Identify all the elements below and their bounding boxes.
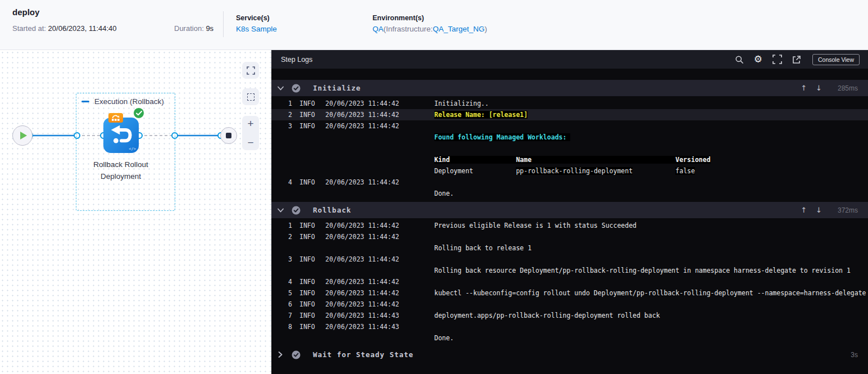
log-segment: Done. <box>434 190 454 197</box>
console-view-button[interactable]: Console View <box>812 54 860 65</box>
environment-link[interactable]: QA <box>372 25 384 33</box>
pipeline-canvas[interactable]: Execution (Rollback) </> Rollback Rollou <box>0 50 271 374</box>
log-message: Rolling back to release 1 <box>434 244 868 252</box>
log-message: Done. <box>434 190 868 197</box>
log-line: 2INFO20/06/2023 11:44:42Release Name: [r… <box>271 109 868 120</box>
line-number: 1 <box>278 100 292 107</box>
chevron-down-icon[interactable] <box>277 86 284 91</box>
log-segment: kubectl --kubeconfig=config rollout undo… <box>434 289 866 297</box>
log-line: 3INFO20/06/2023 11:44:42 <box>271 254 868 265</box>
console-actions: ⚙ Console View <box>735 54 860 65</box>
pipeline-title: deploy <box>12 7 39 17</box>
zoom-in-button[interactable]: + <box>247 118 253 129</box>
end-node <box>220 127 237 144</box>
step-logs-console: Step Logs ⚙ Console View Initialize↑↓285… <box>271 50 868 374</box>
log-segment: Found following Managed Workloads: <box>434 133 570 141</box>
log-level: INFO <box>299 111 325 119</box>
log-segment: false <box>675 167 695 175</box>
canvas-marquee-select-button[interactable] <box>242 88 259 105</box>
log-segment: pp-rollback-rolling-deployment <box>516 167 633 175</box>
line-number: 5 <box>278 289 292 297</box>
log-section-header[interactable]: Wait for Steady State3s <box>271 346 868 363</box>
step-node-rollback-rollout-deployment[interactable]: </> <box>103 118 139 153</box>
section-log-body: 1INFO20/06/2023 11:44:42Previous eligibl… <box>271 218 868 346</box>
line-number: 2 <box>278 233 292 241</box>
search-icon[interactable] <box>735 55 744 64</box>
log-segment: Rolling back resource Deployment/pp-roll… <box>434 267 851 274</box>
log-timestamp: 20/06/2023 11:44:42 <box>325 111 434 119</box>
log-timestamp: 20/06/2023 11:44:42 <box>325 100 434 107</box>
environments-label: Environment(s) <box>372 14 424 22</box>
status-success-icon <box>292 350 301 359</box>
line-number: 8 <box>278 323 292 331</box>
group-title: Execution (Rollback) <box>94 97 164 106</box>
log-line: Rolling back resource Deployment/pp-roll… <box>271 265 868 276</box>
log-segment: deployment.apps/pp-rollback-rolling-depl… <box>434 312 660 319</box>
chevron-down-icon[interactable] <box>277 208 284 213</box>
log-segment: Initializing.. <box>434 100 489 107</box>
log-segment: Previous eligible Release is 1 with stat… <box>434 222 637 229</box>
log-message: kubectl --kubeconfig=config rollout undo… <box>434 289 868 297</box>
log-level: INFO <box>299 178 325 186</box>
step-success-icon <box>133 107 144 119</box>
status-success-icon <box>292 84 301 93</box>
step-label: Rollback Rollout Deployment <box>73 159 169 182</box>
infrastructure-link[interactable]: QA_Target_NG <box>433 25 484 33</box>
section-header-right: ↑↓372ms <box>801 206 858 214</box>
log-segment: Deployment <box>434 167 516 175</box>
line-number: 3 <box>278 122 292 130</box>
open-in-new-icon[interactable] <box>792 55 801 64</box>
duration: Duration: 9s <box>174 24 213 33</box>
log-level: INFO <box>299 289 325 297</box>
scroll-to-top-icon[interactable]: ↑ <box>801 84 807 92</box>
log-line: 4INFO20/06/2023 11:44:42 <box>271 276 868 287</box>
log-line: Kind Name Versioned <box>271 154 868 165</box>
log-line: 3INFO20/06/2023 11:44:42 <box>271 120 868 132</box>
log-segment: Rolling back to release 1 <box>434 244 531 252</box>
scroll-to-bottom-icon[interactable]: ↓ <box>816 206 822 214</box>
line-number: 2 <box>278 111 292 119</box>
start-node <box>12 125 33 146</box>
log-section-header[interactable]: Rollback↑↓372ms <box>271 202 868 218</box>
log-timestamp: 20/06/2023 11:44:42 <box>325 178 434 186</box>
log-section-header[interactable]: Initialize↑↓285ms <box>271 80 868 96</box>
log-line: Rolling back to release 1 <box>271 242 868 254</box>
section-header-right: ↑↓285ms <box>801 84 858 92</box>
log-level: INFO <box>299 122 325 130</box>
log-line: Found following Managed Workloads: <box>271 132 868 143</box>
section-title: Initialize <box>313 84 361 92</box>
log-message: Release Name: [release1] <box>434 111 868 119</box>
log-line: 6INFO20/06/2023 11:44:42 <box>271 299 868 310</box>
collapse-group-icon[interactable] <box>81 101 89 102</box>
zoom-out-button[interactable]: − <box>247 137 253 148</box>
fullscreen-icon <box>247 66 255 75</box>
service-link[interactable]: K8s Sample <box>236 25 277 33</box>
log-timestamp: 20/06/2023 11:44:42 <box>325 233 434 241</box>
expand-fullscreen-icon[interactable] <box>772 55 782 64</box>
console-header: Step Logs ⚙ Console View <box>271 50 868 69</box>
log-segment <box>633 167 675 175</box>
log-segment: Kind Name Versioned <box>434 156 711 164</box>
services-label: Service(s) <box>236 14 270 22</box>
log-timestamp: 20/06/2023 11:44:43 <box>325 323 434 331</box>
log-level: INFO <box>299 222 325 229</box>
execution-header: deploy Started at: 20/06/2023, 11:44:40 … <box>0 0 868 50</box>
line-number: 4 <box>278 278 292 286</box>
started-at-value: 20/06/2023, 11:44:40 <box>48 24 117 33</box>
log-segment: Release Name: [release1] <box>434 111 528 119</box>
execution-group-label: Execution (Rollback) <box>81 97 164 106</box>
code-glyph: </> <box>129 147 136 151</box>
log-timestamp: 20/06/2023 11:44:42 <box>325 278 434 286</box>
scroll-to-bottom-icon[interactable]: ↓ <box>816 84 822 92</box>
settings-gear-icon[interactable]: ⚙ <box>754 55 762 64</box>
scroll-to-top-icon[interactable]: ↑ <box>801 206 807 214</box>
log-message: Kind Name Versioned <box>434 156 868 164</box>
duration-value: 9s <box>206 24 213 33</box>
section-duration: 3s <box>831 351 858 359</box>
canvas-fullscreen-button[interactable] <box>242 62 259 79</box>
environment-value: QA(Infrastructure:QA_Target_NG) <box>372 25 487 33</box>
chevron-right-icon[interactable] <box>277 352 284 358</box>
canvas-zoom-controls: + − <box>242 116 259 150</box>
section-duration: 372ms <box>831 206 858 214</box>
line-number: 1 <box>278 222 292 229</box>
